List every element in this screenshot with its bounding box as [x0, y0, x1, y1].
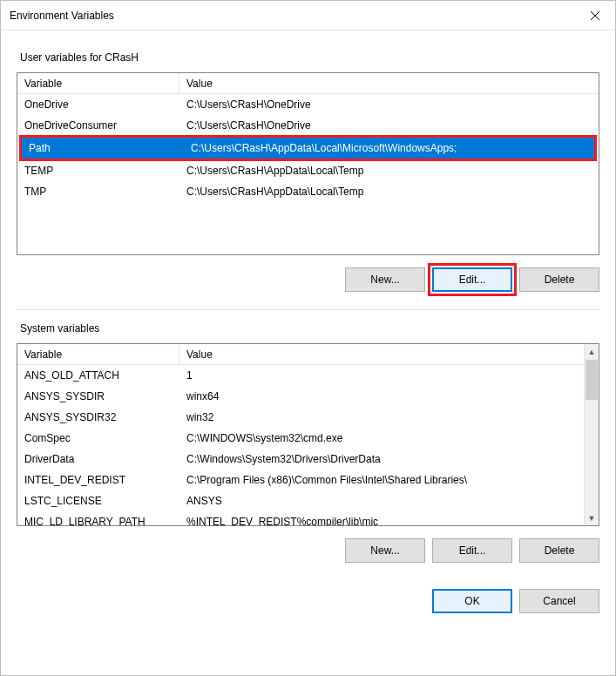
system-delete-button[interactable]: Delete	[519, 538, 599, 563]
edit-button-highlight: Edit...	[428, 263, 517, 296]
variable-value: 1	[179, 369, 584, 382]
variable-name: INTEL_DEV_REDIST	[17, 474, 179, 486]
variable-value: C:\Users\CRasH\AppData\Local\Temp	[179, 186, 599, 198]
variable-name: MIC_LD_LIBRARY_PATH	[17, 516, 179, 526]
system-variables-group: System variables Variable Value ANS_OLD_…	[17, 310, 599, 563]
table-row[interactable]: DriverDataC:\Windows\System32\Drivers\Dr…	[17, 449, 584, 470]
table-row[interactable]: ANS_OLD_ATTACH1	[17, 365, 584, 386]
column-header-value[interactable]: Value	[179, 344, 599, 364]
user-delete-button[interactable]: Delete	[519, 267, 599, 292]
system-new-button[interactable]: New...	[345, 538, 425, 563]
column-header-variable[interactable]: Variable	[17, 73, 179, 93]
ok-button[interactable]: OK	[432, 589, 512, 613]
variable-value: winx64	[179, 390, 584, 402]
list-header: Variable Value	[17, 344, 599, 365]
user-variables-group: User variables for CRasH Variable Value …	[17, 39, 599, 292]
column-header-variable[interactable]: Variable	[17, 344, 179, 364]
table-row[interactable]: PathC:\Users\CRasH\AppData\Local\Microso…	[22, 138, 594, 159]
dialog-content: User variables for CRasH Variable Value …	[1, 30, 615, 675]
dialog-title: Environment Variables	[10, 10, 575, 22]
table-row[interactable]: OneDriveC:\Users\CRasH\OneDrive	[17, 94, 599, 115]
table-row[interactable]: TEMPC:\Users\CRasH\AppData\Local\Temp	[17, 160, 599, 181]
list-header: Variable Value	[17, 73, 599, 94]
variable-name: ANS_OLD_ATTACH	[17, 369, 179, 382]
variable-value: C:\Users\CRasH\AppData\Local\Temp	[179, 165, 599, 177]
table-row[interactable]: LSTC_LICENSEANSYS	[17, 490, 584, 511]
variable-name: DriverData	[17, 453, 179, 465]
user-buttons-row: New... Edit... Delete	[17, 267, 599, 292]
table-row[interactable]: ANSYS_SYSDIRwinx64	[17, 386, 584, 407]
variable-name: ComSpec	[17, 432, 179, 444]
close-icon	[591, 11, 599, 20]
variable-name: OneDriveConsumer	[17, 119, 179, 132]
table-row[interactable]: OneDriveConsumerC:\Users\CRasH\OneDrive	[17, 115, 599, 136]
environment-variables-dialog: Environment Variables User variables for…	[0, 0, 616, 676]
user-variables-list[interactable]: Variable Value OneDriveC:\Users\CRasH\On…	[17, 72, 599, 255]
system-buttons-row: New... Edit... Delete	[17, 538, 599, 563]
variable-value: C:\WINDOWS\system32\cmd.exe	[179, 432, 584, 444]
table-row[interactable]: ComSpecC:\WINDOWS\system32\cmd.exe	[17, 428, 584, 449]
variable-value: %INTEL_DEV_REDIST%compiler\lib\mic	[179, 516, 584, 526]
table-row[interactable]: TMPC:\Users\CRasH\AppData\Local\Temp	[17, 181, 599, 202]
variable-name: TEMP	[17, 165, 179, 177]
close-button[interactable]	[575, 2, 615, 30]
selected-row-highlight: PathC:\Users\CRasH\AppData\Local\Microso…	[19, 135, 597, 161]
system-list-scrollbar[interactable]: ▲ ▼	[584, 344, 599, 525]
variable-name: TMP	[17, 186, 179, 198]
variable-value: C:\Users\CRasH\OneDrive	[179, 119, 599, 132]
scroll-down-button[interactable]: ▼	[585, 510, 599, 525]
variable-value: C:\Users\CRasH\AppData\Local\Microsoft\W…	[184, 142, 594, 154]
variable-name: ANSYS_SYSDIR32	[17, 411, 179, 423]
variable-value: C:\Users\CRasH\OneDrive	[179, 98, 599, 111]
cancel-button[interactable]: Cancel	[519, 589, 599, 613]
table-row[interactable]: ANSYS_SYSDIR32win32	[17, 407, 584, 428]
titlebar: Environment Variables	[1, 1, 615, 30]
scroll-thumb[interactable]	[586, 360, 598, 400]
user-variables-label: User variables for CRasH	[20, 51, 596, 64]
variable-value: C:\Windows\System32\Drivers\DriverData	[179, 453, 584, 465]
variable-name: OneDrive	[17, 98, 179, 111]
user-edit-button[interactable]: Edit...	[432, 267, 512, 292]
variable-value: C:\Program Files (x86)\Common Files\Inte…	[179, 474, 584, 486]
variable-name: LSTC_LICENSE	[17, 495, 179, 507]
system-edit-button[interactable]: Edit...	[432, 538, 512, 563]
dialog-footer: OK Cancel	[17, 589, 599, 613]
system-variables-list[interactable]: Variable Value ANS_OLD_ATTACH1ANSYS_SYSD…	[17, 343, 599, 526]
user-new-button[interactable]: New...	[345, 267, 425, 292]
variable-name: ANSYS_SYSDIR	[17, 390, 179, 402]
table-row[interactable]: INTEL_DEV_REDISTC:\Program Files (x86)\C…	[17, 470, 584, 490]
column-header-value[interactable]: Value	[179, 73, 599, 93]
variable-name: Path	[22, 142, 184, 154]
variable-value: win32	[179, 411, 584, 423]
scroll-up-button[interactable]: ▲	[585, 344, 599, 359]
variable-value: ANSYS	[179, 495, 584, 507]
table-row[interactable]: MIC_LD_LIBRARY_PATH%INTEL_DEV_REDIST%com…	[17, 511, 584, 526]
system-variables-label: System variables	[20, 322, 596, 335]
